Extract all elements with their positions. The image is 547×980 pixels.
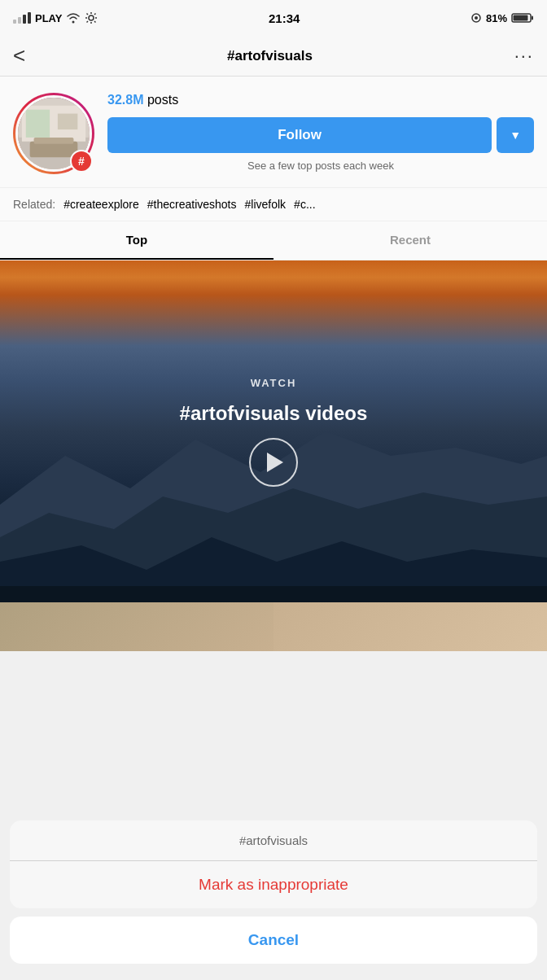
tab-recent[interactable]: Recent [274,221,547,260]
tab-top[interactable]: Top [0,221,274,260]
more-button[interactable]: ··· [514,46,534,67]
signal-bar-2 [18,17,21,24]
signal-bar-3 [23,15,26,24]
signal-bar-4 [28,12,31,24]
status-left: PLAY [13,11,98,24]
avatar-container: # [13,93,94,174]
peek-left [0,602,274,651]
posts-count: 32.8M posts [107,93,534,107]
svg-point-0 [89,15,94,20]
status-bar: PLAY 21:34 81% [0,0,547,36]
play-triangle-icon [267,453,283,472]
video-section: WATCH #artofvisuals videos [0,260,547,602]
follow-button[interactable]: Follow [107,117,492,153]
related-label: Related: [13,198,55,211]
svg-rect-13 [532,16,533,20]
location-icon [470,12,482,24]
related-tag-2[interactable]: #thecreativeshots [147,198,237,211]
svg-point-10 [475,16,478,20]
svg-line-7 [94,14,96,15]
watch-label: WATCH [251,377,297,389]
svg-rect-12 [513,15,527,21]
video-overlay: WATCH #artofvisuals videos [0,260,547,602]
hashtag-badge: # [70,150,93,173]
related-tag-3[interactable]: #livefolk [245,198,287,211]
related-tags[interactable]: #createexplore #thecreativeshots #livefo… [63,198,315,211]
svg-line-5 [87,14,89,15]
action-sheet-overlay: #artofvisuals Mark as inappropriate Canc… [0,820,547,980]
action-sheet-main: #artofvisuals Mark as inappropriate [10,820,537,908]
peek-right [274,602,547,651]
profile-section: # 32.8M posts Follow ▼ See a few top pos… [0,77,547,187]
battery-icon [511,12,534,24]
peek-strip [0,602,547,651]
wifi-icon [66,12,81,24]
signal-bars [13,12,31,24]
related-tag-1[interactable]: #createexplore [63,198,139,211]
follow-subtitle: See a few top posts each week [107,160,534,172]
content-peek [0,602,547,651]
carrier-label: PLAY [35,12,62,24]
tabs-bar: Top Recent [0,221,547,260]
svg-line-8 [87,21,89,23]
back-button[interactable]: < [13,43,25,68]
posts-label: posts [147,93,178,107]
related-section: Related: #createexplore #thecreativeshot… [0,187,547,221]
follow-dropdown-button[interactable]: ▼ [497,117,534,153]
profile-info: 32.8M posts Follow ▼ See a few top posts… [107,93,534,172]
brightness-icon [85,11,98,24]
action-cancel-sheet: Cancel [10,917,537,964]
status-time: 21:34 [269,11,300,25]
svg-rect-17 [26,110,50,138]
cancel-button[interactable]: Cancel [10,917,537,964]
status-right: 81% [470,12,534,24]
nav-bar: < #artofvisuals ··· [0,36,547,77]
action-sheet-title: #artofvisuals [10,820,537,861]
svg-line-6 [94,21,96,23]
related-tag-4[interactable]: #c... [294,198,315,211]
watch-title: #artofvisuals videos [180,402,368,425]
signal-bar-1 [13,20,16,24]
follow-row: Follow ▼ [107,117,534,153]
mark-inappropriate-button[interactable]: Mark as inappropriate [10,861,537,908]
posts-number: 32.8M [107,93,143,107]
dropdown-arrow-icon: ▼ [510,129,521,142]
page-title: #artofvisuals [227,48,313,64]
svg-rect-20 [34,138,74,144]
play-button[interactable] [249,438,298,487]
battery-percent: 81% [486,12,507,24]
svg-rect-18 [58,114,77,130]
